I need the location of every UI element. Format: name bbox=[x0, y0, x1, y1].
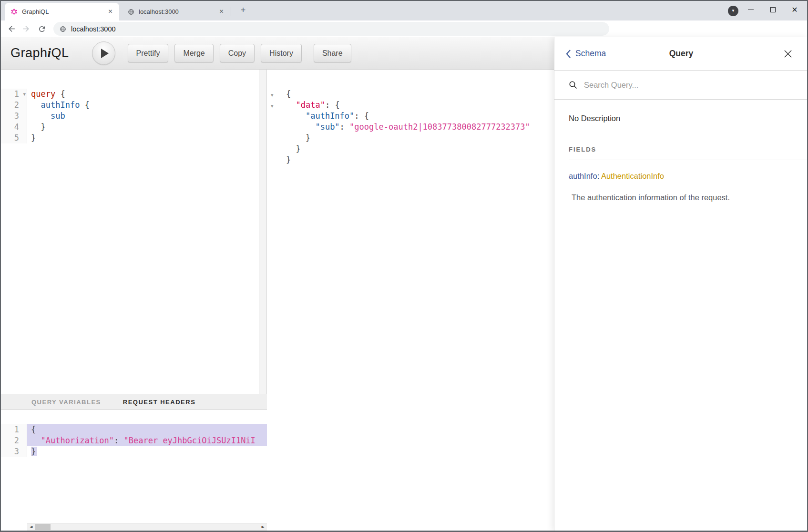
query-code-line[interactable]: 1▾query { bbox=[0, 89, 259, 100]
request-headers-editor[interactable]: 1{2 "Authorization": "Bearer eyJhbGciOiJ… bbox=[0, 410, 267, 523]
doc-explorer-panel: Schema Query No Description FIELDS authI… bbox=[554, 37, 808, 531]
query-gutter: 4 bbox=[0, 122, 27, 133]
fold-arrow-icon[interactable]: ▾ bbox=[23, 89, 26, 100]
result-code-line[interactable]: "sub": "google-oauth2|108377380082777232… bbox=[267, 122, 554, 133]
doc-search-input[interactable] bbox=[583, 80, 728, 90]
headers-code-text[interactable]: { bbox=[27, 424, 267, 435]
result-gutter bbox=[267, 133, 284, 143]
result-code-text[interactable]: "data": { bbox=[284, 100, 554, 111]
doc-title: Query bbox=[554, 37, 808, 70]
history-button[interactable]: History bbox=[261, 44, 302, 62]
tab-divider bbox=[231, 7, 231, 16]
search-icon bbox=[569, 81, 577, 89]
query-gutter: 5 bbox=[0, 133, 27, 143]
share-button[interactable]: Share bbox=[314, 44, 351, 62]
result-code-text[interactable]: } bbox=[284, 143, 554, 154]
field-name-link[interactable]: authInfo bbox=[569, 172, 597, 180]
browser-tab-strip: GraphiQL ✕ localhost:3000 ✕ + ▼ ✕ bbox=[0, 0, 808, 20]
execute-query-button[interactable] bbox=[92, 41, 115, 65]
prettify-button[interactable]: Prettify bbox=[128, 44, 169, 62]
tab-close-icon[interactable]: ✕ bbox=[106, 8, 114, 16]
globe-icon bbox=[128, 9, 134, 15]
fields-divider bbox=[569, 160, 808, 160]
result-code-line[interactable]: ▾{ bbox=[267, 89, 554, 100]
line-number: 5 bbox=[14, 133, 19, 143]
tab-query-variables[interactable]: QUERY VARIABLES bbox=[31, 399, 101, 406]
browser-tab-graphiql[interactable]: GraphiQL ✕ bbox=[5, 3, 119, 20]
address-bar[interactable]: localhost:3000 bbox=[53, 22, 609, 36]
copy-button[interactable]: Copy bbox=[220, 44, 255, 62]
result-gutter: ▾ bbox=[267, 89, 284, 100]
query-editor[interactable]: 1▾query {2 authInfo {3 sub4 }5} bbox=[0, 70, 259, 394]
query-code-text[interactable]: authInfo { bbox=[27, 100, 259, 111]
forward-button[interactable] bbox=[19, 20, 32, 37]
line-number: 3 bbox=[14, 447, 19, 456]
query-code-text[interactable]: sub bbox=[27, 111, 259, 122]
headers-code-line[interactable]: 1{ bbox=[0, 424, 267, 435]
query-code-text[interactable]: } bbox=[27, 133, 259, 143]
merge-button[interactable]: Merge bbox=[174, 44, 213, 62]
result-code-text[interactable]: "sub": "google-oauth2|108377380082777232… bbox=[284, 122, 554, 133]
scrollbar-thumb[interactable] bbox=[35, 524, 51, 530]
result-code-line[interactable]: } bbox=[267, 133, 554, 143]
reload-button[interactable] bbox=[35, 20, 49, 37]
tab-close-icon[interactable]: ✕ bbox=[217, 8, 225, 16]
result-gutter bbox=[267, 122, 284, 133]
field-description: The authentication information of the re… bbox=[572, 193, 808, 202]
tab-title: localhost:3000 bbox=[139, 8, 217, 15]
fold-arrow-icon[interactable]: ▾ bbox=[271, 92, 274, 98]
line-number: 3 bbox=[14, 111, 19, 121]
headers-code-line[interactable]: 2 "Authorization": "Bearer eyJhbGciOiJSU… bbox=[0, 435, 267, 446]
browser-navbar: localhost:3000 L Aktualisieren ⋮ uOPTp bbox=[0, 20, 808, 38]
line-number: 2 bbox=[14, 100, 19, 110]
close-icon bbox=[784, 50, 792, 58]
graphiql-logo: GraphiQL bbox=[10, 46, 69, 61]
secondary-editor-tabbar: QUERY VARIABLES REQUEST HEADERS bbox=[0, 394, 267, 410]
field-type-link[interactable]: AuthenticationInfo bbox=[601, 172, 664, 180]
graphiql-toolbar: GraphiQL PrettifyMergeCopyHistoryShare bbox=[0, 37, 554, 70]
result-code-line[interactable]: } bbox=[267, 154, 554, 165]
type-description: No Description bbox=[569, 114, 808, 123]
fold-arrow-icon[interactable]: ▾ bbox=[271, 103, 274, 109]
window-maximize-button[interactable] bbox=[762, 0, 784, 19]
query-code-text[interactable]: } bbox=[27, 122, 259, 133]
headers-code-line[interactable]: 3} bbox=[0, 446, 267, 457]
scroll-left-arrow[interactable]: ◄ bbox=[27, 523, 35, 531]
browser-tab-localhost[interactable]: localhost:3000 ✕ bbox=[122, 3, 230, 20]
query-code-line[interactable]: 5} bbox=[0, 133, 259, 143]
horizontal-scrollbar[interactable]: ◄ ► bbox=[27, 523, 267, 531]
field-row: authInfo: AuthenticationInfo bbox=[569, 172, 808, 181]
window-minimize-button[interactable] bbox=[740, 0, 762, 19]
scroll-right-arrow[interactable]: ► bbox=[259, 523, 267, 531]
query-code-line[interactable]: 2 authInfo { bbox=[0, 100, 259, 111]
line-number: 1 bbox=[14, 425, 19, 434]
query-code-line[interactable]: 4 } bbox=[0, 122, 259, 133]
result-code-line[interactable]: } bbox=[267, 143, 554, 154]
tab-title: GraphiQL bbox=[22, 8, 106, 15]
url-text: localhost:3000 bbox=[71, 25, 116, 33]
query-code-text[interactable]: query { bbox=[27, 89, 259, 100]
back-button[interactable] bbox=[5, 20, 18, 37]
window-close-button[interactable]: ✕ bbox=[784, 0, 806, 19]
line-number: 4 bbox=[14, 122, 19, 132]
result-gutter: ▾ bbox=[267, 100, 284, 111]
query-editor-vertical-scrollbar[interactable] bbox=[259, 70, 267, 394]
headers-gutter: 3 bbox=[0, 446, 27, 457]
line-number: 1 bbox=[14, 89, 19, 99]
tab-search-button[interactable]: ▼ bbox=[728, 6, 738, 16]
result-code-text[interactable]: { bbox=[284, 89, 554, 100]
doc-close-button[interactable] bbox=[778, 37, 798, 70]
result-code-text[interactable]: } bbox=[284, 133, 554, 143]
query-code-line[interactable]: 3 sub bbox=[0, 111, 259, 122]
headers-code-text[interactable]: "Authorization": "Bearer eyJhbGciOiJSUzI… bbox=[27, 435, 267, 446]
new-tab-button[interactable]: + bbox=[238, 5, 248, 16]
headers-code-text[interactable]: } bbox=[27, 446, 267, 457]
result-code-text[interactable]: "authInfo": { bbox=[284, 111, 554, 122]
globe-icon bbox=[60, 26, 66, 32]
result-code-text[interactable]: } bbox=[284, 154, 554, 165]
result-code-line[interactable]: "authInfo": { bbox=[267, 111, 554, 122]
result-code-line[interactable]: ▾ "data": { bbox=[267, 100, 554, 111]
tab-request-headers[interactable]: REQUEST HEADERS bbox=[123, 399, 196, 406]
headers-gutter: 1 bbox=[0, 424, 27, 435]
graphql-logo-icon bbox=[10, 8, 18, 15]
